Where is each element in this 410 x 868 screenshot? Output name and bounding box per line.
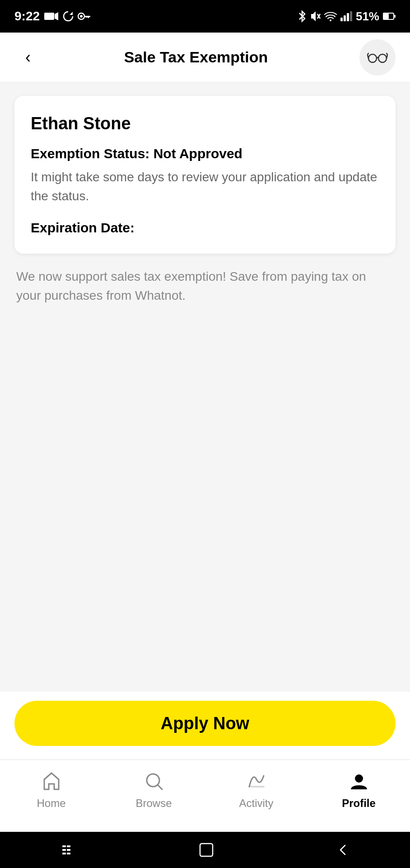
- nav-activity-label: Activity: [239, 797, 273, 810]
- nav-profile[interactable]: Profile: [308, 769, 410, 810]
- svg-rect-23: [248, 786, 265, 788]
- svg-rect-0: [44, 13, 54, 20]
- expiration-date: Expiration Date:: [31, 220, 379, 236]
- svg-point-20: [378, 54, 387, 62]
- nav-activity[interactable]: Activity: [205, 769, 308, 810]
- system-nav-home[interactable]: [198, 842, 214, 858]
- exemption-status: Exemption Status: Not Approved: [31, 146, 379, 161]
- svg-rect-30: [67, 853, 70, 854]
- battery-icon: [383, 12, 396, 20]
- svg-rect-18: [394, 15, 396, 18]
- svg-rect-26: [67, 845, 70, 847]
- svg-marker-2: [70, 12, 73, 15]
- rotation-icon: [62, 10, 74, 22]
- home-icon: [39, 769, 64, 793]
- wifi-icon: [324, 11, 337, 21]
- mute-icon: [310, 10, 321, 23]
- svg-rect-28: [67, 849, 70, 851]
- svg-rect-12: [340, 18, 343, 21]
- nav-home-label: Home: [37, 797, 65, 810]
- svg-rect-25: [62, 845, 66, 847]
- battery-text: 51%: [356, 9, 379, 24]
- nav-home[interactable]: Home: [0, 769, 102, 810]
- svg-rect-6: [88, 16, 89, 18]
- svg-rect-14: [347, 13, 349, 21]
- back-arrow-icon: ‹: [25, 48, 31, 67]
- status-time: 9:22: [14, 9, 40, 24]
- user-name: Ethan Stone: [31, 114, 379, 133]
- page-title: Sale Tax Exemption: [42, 48, 350, 66]
- status-bar: 9:22: [0, 0, 410, 33]
- profile-icon: [347, 769, 371, 793]
- svg-rect-31: [200, 844, 213, 856]
- key-icon: [78, 12, 90, 20]
- svg-rect-17: [383, 14, 389, 19]
- signal-icon: [340, 11, 352, 21]
- glasses-icon: [367, 51, 388, 64]
- glasses-button[interactable]: [359, 39, 396, 75]
- activity-icon: [244, 769, 269, 793]
- bottom-nav: Home Browse Activity Profile: [0, 760, 410, 832]
- svg-rect-7: [86, 16, 87, 18]
- apply-button-container: Apply Now: [0, 692, 410, 760]
- nav-bar: ‹ Sale Tax Exemption: [0, 33, 410, 82]
- svg-point-19: [368, 54, 377, 62]
- status-bar-left: 9:22: [14, 9, 90, 24]
- exemption-description: It might take some days to review your a…: [31, 168, 379, 206]
- browse-icon: [142, 769, 166, 793]
- bluetooth-icon: [298, 10, 306, 23]
- exemption-card: Ethan Stone Exemption Status: Not Approv…: [14, 96, 396, 254]
- nav-profile-label: Profile: [342, 797, 376, 810]
- svg-rect-29: [62, 853, 66, 854]
- svg-rect-27: [62, 849, 66, 851]
- camera-icon: [44, 11, 59, 21]
- system-nav-menu[interactable]: [61, 844, 77, 856]
- system-nav-back[interactable]: [336, 843, 349, 857]
- status-icons-left: [44, 10, 90, 22]
- status-bar-right: 51%: [298, 9, 396, 24]
- svg-marker-8: [311, 11, 316, 21]
- svg-rect-15: [350, 11, 352, 21]
- svg-point-11: [330, 19, 331, 21]
- promo-text: We now support sales tax exemption! Save…: [14, 267, 396, 305]
- back-button[interactable]: ‹: [14, 44, 42, 71]
- main-content: Ethan Stone Exemption Status: Not Approv…: [0, 82, 410, 692]
- svg-marker-1: [55, 12, 58, 20]
- nav-browse[interactable]: Browse: [102, 769, 205, 810]
- nav-browse-label: Browse: [135, 797, 172, 810]
- svg-line-22: [158, 785, 162, 789]
- system-nav: [0, 832, 410, 868]
- svg-point-24: [355, 774, 363, 783]
- apply-now-button[interactable]: Apply Now: [14, 701, 396, 746]
- svg-rect-13: [344, 15, 346, 21]
- svg-point-4: [80, 15, 83, 18]
